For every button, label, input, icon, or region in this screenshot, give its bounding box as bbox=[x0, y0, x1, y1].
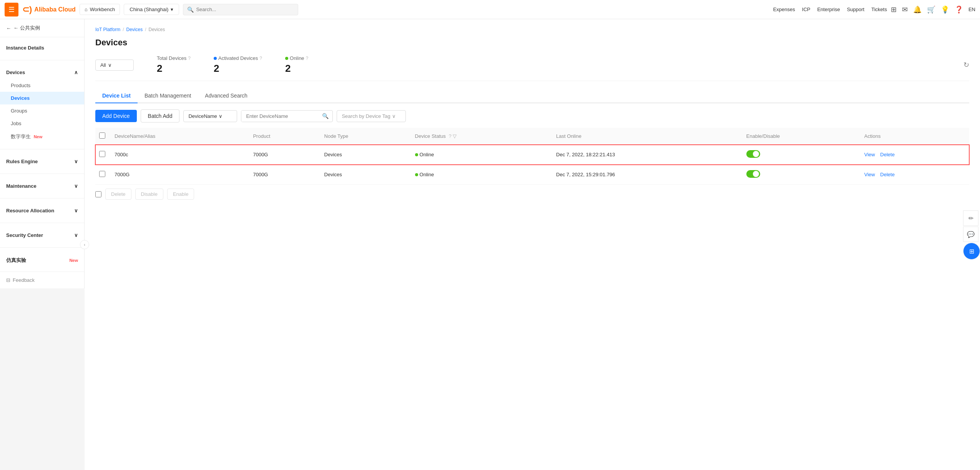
row-checkbox-0[interactable] bbox=[99, 151, 105, 157]
activated-dot-icon bbox=[214, 57, 217, 60]
sidebar-rules-engine[interactable]: Rules Engine ∨ bbox=[0, 155, 84, 168]
chevron-down-icon-3: ∨ bbox=[74, 208, 78, 213]
nav-support[interactable]: Support bbox=[847, 7, 865, 12]
view-link-1[interactable]: View bbox=[864, 172, 875, 177]
cell-product-0: 7000G bbox=[249, 145, 320, 165]
nav-enterprise[interactable]: Enterprise bbox=[817, 7, 840, 12]
device-search-icon[interactable]: 🔍 bbox=[318, 113, 332, 119]
breadcrumb: IoT Platform / Devices / Devices bbox=[95, 27, 969, 32]
chevron-down-icon: ∨ bbox=[74, 159, 78, 164]
float-dashboard-button[interactable]: ⊞ bbox=[963, 243, 980, 260]
bell-icon[interactable]: 🔔 bbox=[913, 5, 922, 14]
add-device-button[interactable]: Add Device bbox=[95, 110, 137, 122]
float-edit-button[interactable]: ✏ bbox=[963, 210, 978, 226]
cart-icon[interactable]: 🛒 bbox=[927, 5, 935, 14]
total-devices-help-icon[interactable]: ? bbox=[188, 56, 191, 61]
stat-online: Online ? 2 bbox=[285, 55, 308, 74]
filter-dropdown[interactable]: All ∨ bbox=[95, 60, 134, 71]
cell-device-name-1: 7000G bbox=[111, 165, 249, 185]
bulb-icon[interactable]: 💡 bbox=[941, 5, 949, 14]
sidebar-section-rules: Rules Engine ∨ bbox=[0, 151, 84, 172]
bottom-enable-button[interactable]: Enable bbox=[167, 189, 194, 200]
sidebar-maintenance[interactable]: Maintenance ∨ bbox=[0, 179, 84, 193]
feedback-label: Feedback bbox=[13, 277, 35, 283]
view-link-0[interactable]: View bbox=[864, 152, 875, 157]
activated-devices-help-icon[interactable]: ? bbox=[259, 56, 262, 61]
tab-advanced-search[interactable]: Advanced Search bbox=[198, 89, 254, 103]
cell-device-name-0: 7000c bbox=[111, 145, 249, 165]
language-button[interactable]: EN bbox=[968, 7, 975, 12]
cell-status-0: Online bbox=[411, 145, 553, 165]
chevron-up-icon: ∧ bbox=[74, 70, 78, 75]
sidebar-devices-label: Devices bbox=[6, 70, 25, 75]
sidebar-instance-details[interactable]: Instance Details bbox=[0, 41, 84, 55]
region-selector[interactable]: China (Shanghai) ▾ bbox=[124, 4, 179, 15]
sidebar-item-products[interactable]: Products bbox=[0, 79, 84, 92]
row-checkbox-1[interactable] bbox=[99, 171, 105, 177]
global-search[interactable]: 🔍 bbox=[183, 4, 298, 15]
breadcrumb-sep-1: / bbox=[123, 27, 124, 32]
sidebar-item-devices[interactable]: Devices bbox=[0, 92, 84, 104]
resource-allocation-label: Resource Allocation bbox=[6, 208, 54, 213]
float-chat-button[interactable]: 💬 bbox=[963, 227, 978, 242]
bottom-delete-button[interactable]: Delete bbox=[105, 189, 131, 200]
toggle-0[interactable] bbox=[746, 150, 760, 158]
help-icon[interactable]: ❓ bbox=[955, 5, 963, 14]
nav-icp[interactable]: ICP bbox=[802, 7, 811, 12]
toggle-1[interactable] bbox=[746, 170, 760, 178]
refresh-button[interactable]: ↻ bbox=[963, 61, 969, 69]
filter-icon[interactable]: ▽ bbox=[453, 133, 457, 139]
breadcrumb-devices[interactable]: Devices bbox=[126, 27, 143, 32]
status-online-dot-1 bbox=[415, 173, 418, 176]
feedback-button[interactable]: ⊟ Feedback bbox=[0, 271, 84, 288]
delete-link-1[interactable]: Delete bbox=[880, 172, 895, 177]
logo-text: Alibaba Cloud bbox=[34, 6, 76, 13]
simulation-badge: New bbox=[69, 258, 78, 263]
sidebar-item-jobs[interactable]: Jobs bbox=[0, 117, 84, 130]
sidebar-item-digital-twin[interactable]: 数字孪生 New bbox=[0, 130, 84, 144]
sidebar-security-center[interactable]: Security Center ∨ bbox=[0, 228, 84, 242]
tag-search-chevron-icon: ∨ bbox=[392, 113, 396, 119]
bottom-select-checkbox[interactable] bbox=[95, 191, 101, 197]
back-arrow-icon: ← bbox=[6, 25, 11, 31]
sidebar-wrapper: ← ← 公共实例 Instance Details Devices ∧ Prod… bbox=[0, 19, 85, 470]
workbench-button[interactable]: ⌂ Workbench bbox=[80, 4, 120, 15]
sidebar-item-groups[interactable]: Groups bbox=[0, 104, 84, 117]
breadcrumb-current: Devices bbox=[149, 27, 165, 32]
nav-tickets[interactable]: Tickets bbox=[871, 7, 887, 12]
online-help-icon[interactable]: ? bbox=[306, 56, 309, 61]
global-search-input[interactable] bbox=[196, 7, 294, 12]
search-field-selector[interactable]: DeviceName ∨ bbox=[183, 110, 237, 122]
tag-search-button[interactable]: Search by Device Tag ∨ bbox=[337, 110, 406, 122]
col-enable-disable: Enable/Disable bbox=[742, 128, 860, 145]
cell-status-1: Online bbox=[411, 165, 553, 185]
bottom-disable-button[interactable]: Disable bbox=[135, 189, 163, 200]
total-devices-label: Total Devices bbox=[157, 55, 186, 61]
sidebar-resource-allocation[interactable]: Resource Allocation ∨ bbox=[0, 204, 84, 217]
nav-expenses[interactable]: Expenses bbox=[773, 7, 795, 12]
chevron-down-icon-4: ∨ bbox=[74, 232, 78, 238]
top-nav: ☰ ⊂) Alibaba Cloud ⌂ Workbench China (Sh… bbox=[0, 0, 980, 19]
delete-link-0[interactable]: Delete bbox=[880, 152, 895, 157]
hamburger-menu[interactable]: ☰ bbox=[5, 3, 18, 17]
device-search-input-wrapper: 🔍 bbox=[241, 110, 333, 122]
select-all-checkbox[interactable] bbox=[99, 132, 105, 139]
device-search-input[interactable] bbox=[241, 111, 318, 122]
maintenance-label: Maintenance bbox=[6, 183, 37, 189]
table-row: 7000G 7000G Devices Online Dec 7, 2022, … bbox=[95, 165, 969, 185]
chevron-down-icon: ▾ bbox=[171, 7, 173, 12]
message-icon[interactable]: ✉ bbox=[902, 5, 908, 14]
tab-batch-management[interactable]: Batch Management bbox=[138, 89, 198, 103]
sidebar-simulation[interactable]: 仿真实验 New bbox=[0, 253, 84, 268]
main-content: IoT Platform / Devices / Devices Devices… bbox=[85, 19, 980, 470]
tab-device-list[interactable]: Device List bbox=[95, 89, 138, 103]
sidebar-devices-group[interactable]: Devices ∧ bbox=[0, 66, 84, 79]
cell-node-type-1: Devices bbox=[321, 165, 411, 185]
status-help-icon[interactable]: ? bbox=[448, 133, 451, 139]
batch-add-button[interactable]: Batch Add bbox=[141, 109, 180, 122]
sidebar-back-button[interactable]: ← ← 公共实例 bbox=[0, 19, 84, 37]
workbench-icon: ⌂ bbox=[85, 7, 88, 12]
console-icon[interactable]: ⊞ bbox=[891, 5, 897, 14]
breadcrumb-iot[interactable]: IoT Platform bbox=[95, 27, 120, 32]
sidebar-collapse-button[interactable]: ‹ bbox=[80, 240, 89, 249]
